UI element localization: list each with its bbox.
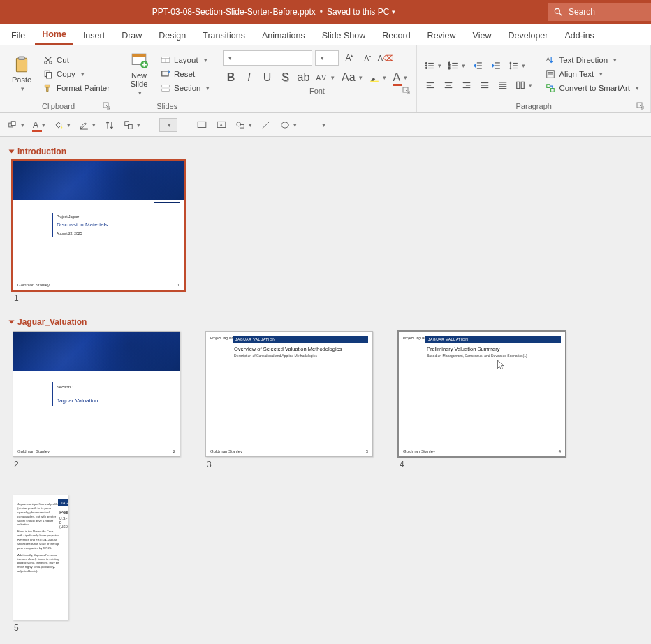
filename: PPT-03-08-Section-Slide-Sorter-Before.pp… [152,7,316,17]
convert-smartart-button[interactable]: Convert to SmartArt [544,82,641,94]
tab-developer[interactable]: Developer [501,27,555,45]
text-direction-button[interactable]: A Text Direction [544,54,641,66]
tab-view[interactable]: View [466,27,499,45]
align-right-button[interactable] [459,78,474,93]
line-spacing-button[interactable] [506,58,527,73]
dialog-launcher-icon[interactable] [402,87,411,95]
italic-button[interactable]: I [241,70,256,85]
layout-icon [161,55,170,65]
section-header-introduction[interactable]: Introduction [10,147,644,156]
columns-button[interactable] [513,78,534,93]
section-header-valuation[interactable]: Jaguar_Valuation [10,317,644,327]
font-color-icon: A [33,120,38,130]
shape-fill-swatch[interactable] [159,118,177,132]
font-name-combo[interactable] [223,50,312,66]
slide-4-canvas[interactable]: Project Jaguar JAGUAR VALUATION Prelimin… [398,331,566,457]
justify-button[interactable] [477,78,492,93]
layout-button[interactable]: Layout [159,54,211,66]
bullets-button[interactable] [423,58,444,73]
slide-1-canvas[interactable]: Project Jaguar Discussion Materials Augu… [13,161,184,291]
section-button[interactable]: Section [159,82,211,94]
line-spacing-icon [509,61,518,71]
dialog-launcher-icon[interactable] [103,102,111,110]
ribbon-tabs: File Home Insert Draw Design Transitions… [0,24,651,45]
clear-formatting-button[interactable]: A⌫ [378,50,393,66]
sort-button[interactable] [102,117,117,133]
tab-design[interactable]: Design [152,27,193,45]
save-status[interactable]: Saved to this PC ▾ [327,7,395,17]
increase-font-button[interactable]: A▴ [342,50,357,66]
cut-button[interactable]: Cut [42,54,111,66]
insert-textbox[interactable]: A [214,117,229,133]
insert-rectangle[interactable] [194,117,210,133]
new-slide-button[interactable]: New Slide [123,47,155,101]
align-center-button[interactable] [441,78,456,93]
align-right-icon [462,80,471,90]
align-text-button[interactable]: Align Text [544,68,641,80]
slide-thumb-5[interactable]: Project Jaguar JAGUAR VALUATION Pee U.S.… [13,495,68,633]
quick-access-toolbar: A A ▾ [0,113,651,137]
highlight-button[interactable] [367,70,388,85]
svg-point-20 [426,63,427,64]
numbering-button[interactable]: 123 [446,58,467,73]
font-size-combo[interactable] [315,50,339,66]
chevron-down-icon: ▾ [322,121,326,129]
outline-color-qat[interactable] [77,117,98,133]
tab-insert[interactable]: Insert [76,27,112,45]
dialog-launcher-icon[interactable] [636,102,645,110]
copy-button[interactable]: Copy [42,68,111,80]
tab-home[interactable]: Home [35,25,73,45]
slide-sorter-view[interactable]: Introduction Project Jaguar Discussion M… [0,137,651,644]
tab-transitions[interactable]: Transitions [196,27,252,45]
shadow-button[interactable]: S [277,70,293,85]
slide-number: 4 [400,460,566,469]
increase-indent-button[interactable] [488,58,504,73]
decrease-font-button[interactable]: A▾ [360,50,375,66]
paste-button[interactable]: Paste [6,47,38,101]
sort-icon [105,120,115,130]
tab-animations[interactable]: Animations [255,27,312,45]
textbox-icon: A [217,120,226,130]
tab-review[interactable]: Review [420,27,463,45]
group-font: A▴ A▾ A⌫ B I U S ab AV Aa A Font [217,45,417,112]
slide-thumb-3[interactable]: Project Jaguar JAGUAR VALUATION Overview… [205,331,373,469]
slide-thumb-1[interactable]: Project Jaguar Discussion Materials Augu… [13,161,184,303]
slide-thumb-4[interactable]: Project Jaguar JAGUAR VALUATION Prelimin… [398,331,566,469]
insert-oval[interactable] [278,117,299,133]
underline-button[interactable]: U [259,70,275,85]
tab-add-ins[interactable]: Add-ins [557,27,601,45]
strikethrough-button[interactable]: ab [295,70,311,85]
tab-file[interactable]: File [4,27,32,45]
align-left-button[interactable] [423,78,438,93]
slide-5-canvas[interactable]: Project Jaguar JAGUAR VALUATION Pee U.S.… [13,495,68,620]
bold-button[interactable]: B [223,70,238,85]
slide-thumb-2[interactable]: Section 1 Jaguar Valuation Goldman Stanl… [13,331,180,469]
tab-record[interactable]: Record [375,27,417,45]
svg-point-24 [426,68,427,69]
search-box[interactable]: Search [548,3,651,21]
customize-qat[interactable]: ▾ [316,117,331,133]
slide-3-canvas[interactable]: Project Jaguar JAGUAR VALUATION Overview… [205,331,373,457]
justify-icon [480,80,490,90]
section-icon [161,83,170,93]
tab-slide-show[interactable]: Slide Show [315,27,373,45]
character-spacing-button[interactable]: AV [314,70,337,85]
reset-button[interactable]: Reset [159,68,211,80]
slide-number: 1 [14,293,184,303]
font-color-qat[interactable]: A [31,117,47,133]
insert-shape-qat[interactable] [233,117,254,133]
svg-text:A: A [547,57,550,61]
slide-2-canvas[interactable]: Section 1 Jaguar Valuation Goldman Stanl… [13,331,180,457]
decrease-indent-button[interactable] [470,58,485,73]
tab-draw[interactable]: Draw [115,27,149,45]
font-color-button[interactable]: A [391,70,410,85]
group-qat[interactable] [122,117,142,133]
new-slide-icon [130,52,148,70]
distribute-button[interactable] [495,78,511,93]
arrange-button[interactable] [6,117,27,133]
bold-icon: B [227,71,235,84]
change-case-button[interactable]: Aa [339,70,365,85]
fill-color-qat[interactable] [52,117,73,133]
insert-line[interactable] [258,117,274,133]
format-painter-button[interactable]: Format Painter [42,82,111,94]
